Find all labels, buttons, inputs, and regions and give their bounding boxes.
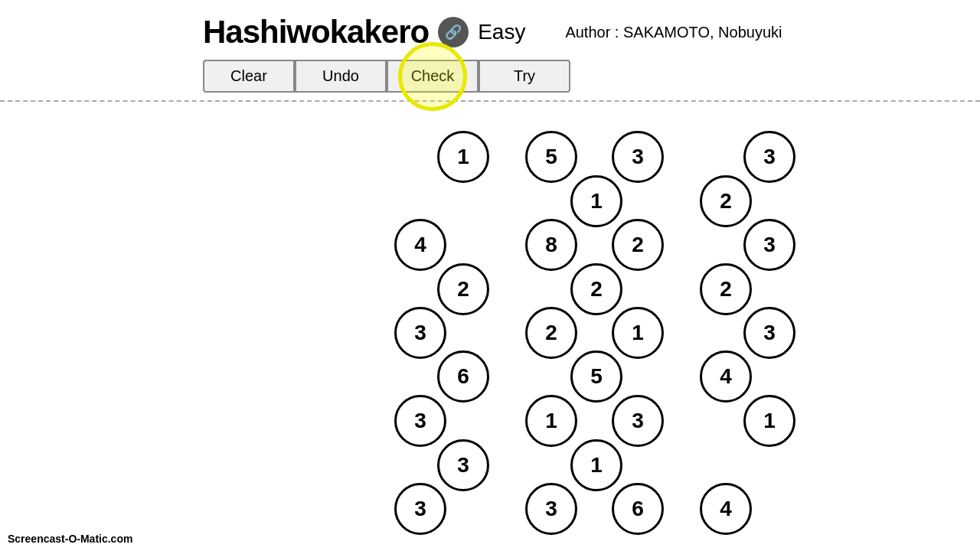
node-n12[interactable]: 2 — [570, 263, 622, 315]
node-n17[interactable]: 3 — [743, 307, 795, 359]
node-n28[interactable]: 3 — [525, 483, 577, 535]
node-n15[interactable]: 2 — [525, 307, 577, 359]
node-n10[interactable]: 3 — [743, 219, 795, 271]
node-n9[interactable]: 2 — [612, 219, 664, 271]
try-button[interactable]: Try — [479, 60, 570, 93]
node-n1[interactable]: 1 — [437, 131, 489, 183]
difficulty-label: Easy — [478, 20, 525, 44]
header: Hashiwokakero 🔗 Easy Author : SAKAMOTO, … — [0, 0, 980, 51]
node-n5[interactable]: 1 — [570, 175, 622, 227]
node-n7[interactable]: 4 — [394, 219, 446, 271]
watermark: Screencast-O-Matic.com — [8, 533, 132, 545]
node-n21[interactable]: 3 — [394, 395, 446, 447]
node-n13[interactable]: 2 — [700, 263, 752, 315]
node-n27[interactable]: 3 — [394, 483, 446, 535]
toolbar: Clear Undo Check Try — [0, 51, 980, 93]
node-n11[interactable]: 2 — [437, 263, 489, 315]
node-n24[interactable]: 1 — [743, 395, 795, 447]
node-n22[interactable]: 1 — [525, 395, 577, 447]
node-n19[interactable]: 5 — [570, 350, 622, 403]
node-n6[interactable]: 2 — [700, 175, 752, 227]
node-n2[interactable]: 5 — [525, 131, 577, 183]
node-n3[interactable]: 3 — [612, 131, 664, 183]
node-n29[interactable]: 6 — [612, 483, 664, 535]
node-n4[interactable]: 3 — [743, 131, 795, 183]
author-label: Author : SAKAMOTO, Nobuyuki — [565, 24, 782, 41]
clear-button[interactable]: Clear — [203, 60, 295, 93]
node-n23[interactable]: 3 — [612, 395, 664, 447]
node-n30[interactable]: 4 — [700, 483, 752, 535]
node-n26[interactable]: 1 — [570, 439, 622, 491]
game-title: Hashiwokakero — [203, 14, 429, 51]
node-n8[interactable]: 8 — [525, 219, 577, 271]
game-area: 153312482322232136543131313364 — [203, 92, 980, 551]
node-n20[interactable]: 4 — [700, 350, 752, 403]
title-icon: 🔗 — [438, 17, 469, 47]
node-n25[interactable]: 3 — [437, 439, 489, 491]
node-n18[interactable]: 6 — [437, 350, 489, 403]
node-n14[interactable]: 3 — [394, 307, 446, 359]
undo-button[interactable]: Undo — [295, 60, 387, 93]
node-n16[interactable]: 1 — [612, 307, 664, 359]
check-button[interactable]: Check — [387, 60, 479, 93]
